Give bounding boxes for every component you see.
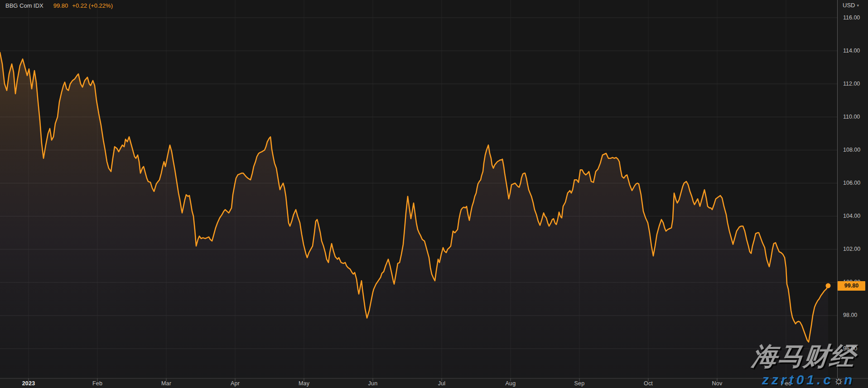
chevron-down-icon: ▾ <box>857 3 859 8</box>
time-axis-label: Jul <box>438 380 446 387</box>
currency-label: USD <box>843 2 855 9</box>
chart-window: 2023FebMarAprMayJunJulAugSepOctNovDec 海马… <box>0 0 868 388</box>
time-axis-bar <box>0 378 868 388</box>
price-axis-label: 110.00 <box>843 114 867 120</box>
price-change: +0.22 (+0.22%) <box>72 2 113 9</box>
sun-icon: ☼ <box>834 374 844 387</box>
currency-selector[interactable]: USD ▾ <box>843 2 859 9</box>
last-point-marker <box>826 283 831 288</box>
last-price: 99.80 <box>53 2 68 9</box>
time-axis-label: 2023 <box>22 380 35 387</box>
watermark-site-text: zzrt01.c <box>762 372 834 387</box>
price-axis-label: 114.00 <box>843 48 867 54</box>
price-axis-label: 108.00 <box>843 147 867 153</box>
time-axis-label: May <box>299 380 309 387</box>
time-axis-label: Feb <box>92 380 102 387</box>
time-axis-label: Aug <box>506 380 516 387</box>
watermark-chinese: 海马财经 <box>750 340 857 374</box>
time-axis-label: Sep <box>574 380 585 387</box>
time-axis-label: Nov <box>712 380 723 387</box>
time-axis-label: Apr <box>231 380 240 387</box>
price-axis-label: 96.00 <box>843 345 867 352</box>
price-chart[interactable] <box>0 0 868 388</box>
price-axis-label: 98.00 <box>843 312 867 318</box>
watermark-site: zzrt01.c☼n <box>762 372 855 388</box>
watermark-site-text2: n <box>844 372 855 387</box>
price-axis-panel <box>837 0 868 378</box>
last-price-tag: 99.80 <box>838 281 865 291</box>
time-axis-label: Mar <box>161 380 171 387</box>
time-axis-label: Jun <box>368 380 378 387</box>
time-axis-label: Oct <box>644 380 653 387</box>
price-axis-label: 102.00 <box>843 246 867 252</box>
chart-header: BBG Com IDX 99.80 +0.22 (+0.22%) <box>5 2 113 9</box>
symbol-label: BBG Com IDX <box>5 2 43 9</box>
price-axis-label: 104.00 <box>843 213 867 219</box>
price-axis-label: 116.00 <box>843 14 867 21</box>
price-axis-label: 106.00 <box>843 180 867 186</box>
price-axis-label: 112.00 <box>843 81 867 87</box>
